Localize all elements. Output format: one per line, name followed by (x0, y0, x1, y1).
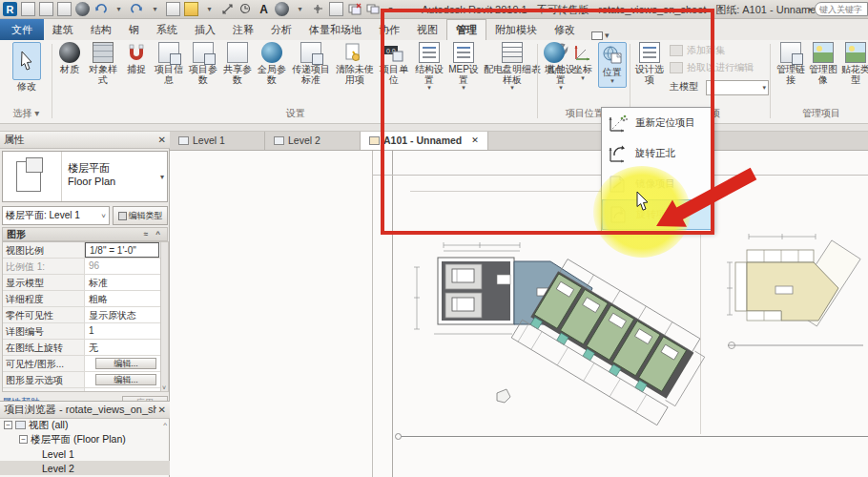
tab-analyze[interactable]: 分析 (262, 19, 300, 40)
tab-manage[interactable]: 管理 (446, 19, 486, 40)
modify-button[interactable]: 修改 (11, 42, 42, 93)
redo-icon[interactable] (130, 2, 144, 16)
properties-scrollbar[interactable] (160, 241, 169, 392)
decal-types-button[interactable]: 贴花类型 (841, 42, 868, 85)
pick-to-edit-button[interactable]: 拾取以进行编辑 (670, 61, 754, 74)
materials-button[interactable]: 材质 (55, 42, 84, 75)
manage-links-button[interactable]: 管理链接 (776, 42, 805, 85)
undo-caret-icon[interactable]: ▾ (112, 2, 126, 16)
project-information-button[interactable]: 项目信息 (153, 42, 185, 85)
search-expand-icon[interactable]: ▸ (809, 5, 813, 13)
tab-modify[interactable]: 修改 (546, 19, 584, 40)
property-row[interactable]: 在图纸上旋转无 (3, 340, 167, 356)
qat-customize-caret-icon[interactable]: ▾ (383, 2, 398, 16)
ribbon-display-toggle-icon[interactable]: ▾ (591, 31, 610, 40)
tab-steel[interactable]: 钢 (120, 19, 148, 40)
project-browser-close-icon[interactable]: ✕ (158, 404, 166, 415)
menu-item-rotate-true-north[interactable]: 旋转正北 (602, 138, 713, 169)
print-icon[interactable] (166, 2, 180, 16)
redo-caret-icon[interactable]: ▾ (148, 2, 162, 16)
structural-settings-button[interactable]: 结构设置▾ (414, 42, 444, 91)
tab-collaborate[interactable]: 协作 (370, 19, 408, 40)
tree-node-level1[interactable]: Level 1 (0, 446, 170, 461)
transfer-project-standards-button[interactable]: 传递项目标准 (290, 42, 332, 85)
property-row[interactable]: 详细程度粗略 (3, 291, 167, 307)
settings-panel-label[interactable]: 设置 (53, 107, 538, 120)
property-row[interactable]: 可见性/图形...编辑... (3, 356, 167, 372)
tree-node-floorplans[interactable]: −楼层平面 (Floor Plan) (0, 432, 170, 446)
property-row[interactable]: 显示模型标准 (3, 275, 167, 291)
close-hidden-windows-icon[interactable] (347, 2, 362, 16)
property-row[interactable]: 零件可见性显示原状态 (3, 307, 167, 323)
shared-parameters-button[interactable]: 共享参数 (221, 42, 254, 85)
project-parameters-button[interactable]: 项目参数 (187, 42, 219, 85)
design-options-button[interactable]: 设计选项 (633, 42, 666, 85)
edit-type-button[interactable]: 编辑类型 (113, 206, 168, 225)
search-input[interactable]: 键入关键字 (815, 2, 868, 16)
tab-systems[interactable]: 系统 (148, 19, 186, 40)
aligned-dimension-icon[interactable] (220, 2, 235, 16)
default-3d-view-icon[interactable] (275, 2, 289, 16)
tab-insert[interactable]: 插入 (186, 19, 224, 40)
snaps-button[interactable]: 捕捉 (122, 42, 151, 75)
section-collapse-icon[interactable]: ≈ ^ (144, 230, 163, 238)
tree-node-level2[interactable]: Level 2 (0, 461, 170, 475)
switch-windows-icon[interactable] (365, 2, 380, 16)
undo-icon[interactable] (93, 2, 108, 16)
location-place-button[interactable]: 地点 (541, 42, 568, 75)
view-tab-bar: Level 1 Level 2 A101 - Unnamed✕ (170, 132, 868, 151)
property-row[interactable]: 图形显示选项编辑... (3, 372, 167, 388)
property-row[interactable]: 详图编号1 (3, 323, 167, 340)
purge-unused-button[interactable]: 清除未使用项 (334, 42, 376, 85)
edit-button[interactable]: 编辑... (95, 358, 156, 369)
add-to-set-button[interactable]: 添加到集 (670, 44, 725, 57)
text-tool-icon[interactable]: A (257, 2, 271, 16)
collapse-icon[interactable]: − (4, 421, 12, 429)
tab-addins[interactable]: 附加模块 (486, 19, 546, 40)
type-selector[interactable]: 楼层平面Floor Plan ▾ (2, 151, 168, 202)
tag-icon[interactable] (238, 2, 253, 16)
edit-button[interactable]: 编辑... (95, 374, 156, 385)
open-icon[interactable] (39, 2, 53, 16)
object-styles-button[interactable]: 对象样式 (86, 42, 120, 85)
measure-icon[interactable] (184, 2, 198, 16)
views-icon[interactable] (21, 2, 35, 16)
save-icon[interactable] (57, 2, 72, 16)
close-view-icon[interactable]: ✕ (471, 135, 479, 145)
view-tab-sheet-a101[interactable]: A101 - Unnamed✕ (361, 132, 488, 150)
global-parameters-button[interactable]: 全局参数 (256, 42, 288, 85)
measure-caret-icon[interactable]: ▾ (202, 2, 217, 16)
tab-massing-site[interactable]: 体量和场地 (300, 19, 370, 40)
tab-annotate[interactable]: 注释 (224, 19, 262, 40)
view-tab-level1[interactable]: Level 1 (170, 132, 265, 150)
drawing-canvas[interactable]: Level 1 Level 2 A101 - Unnamed✕ (170, 132, 868, 477)
thin-lines-icon[interactable] (329, 2, 343, 16)
tab-architecture[interactable]: 建筑 (44, 19, 82, 40)
tab-view[interactable]: 视图 (408, 19, 446, 40)
position-button[interactable]: 位置▾ (598, 42, 627, 88)
tab-structure[interactable]: 结构 (82, 19, 120, 40)
property-row[interactable]: 视图比例1/8" = 1'-0" (3, 242, 167, 259)
collapse-icon[interactable]: − (19, 435, 28, 444)
coordinates-button[interactable]: 坐标▾ (569, 42, 596, 81)
main-model-select[interactable]: ▾ (706, 80, 769, 95)
manage-images-button[interactable]: 管理图像 (809, 42, 837, 85)
menu-item-relocate-project[interactable]: 重新定位项目 (602, 108, 713, 138)
revit-logo-icon[interactable]: R (3, 2, 17, 16)
manage-project-panel-label[interactable]: 管理项目 (775, 107, 868, 120)
tab-file[interactable]: 文件 (0, 19, 44, 40)
graphics-section-header[interactable]: 图形 ≈ ^ (2, 227, 168, 241)
view-tab-level2[interactable]: Level 2 (265, 132, 361, 150)
project-units-button[interactable]: 0.0项目单位 (378, 42, 410, 85)
main-model-label: 主模型 (670, 80, 698, 93)
section-icon[interactable] (311, 2, 325, 16)
select-panel-label[interactable]: 选择 ▾ (0, 107, 52, 120)
view-caret-icon[interactable]: ▾ (293, 2, 307, 16)
properties-close-icon[interactable]: ✕ (158, 135, 166, 145)
instance-selector[interactable]: 楼层平面: Level 1˅ (2, 206, 110, 225)
menu-item-rotate-project-north[interactable]: 旋转项目北 (602, 199, 713, 230)
sync-icon[interactable] (75, 2, 90, 16)
tree-node-views[interactable]: −视图 (all)^ (0, 418, 170, 432)
panel-schedule-templates-button[interactable]: 配电盘明细表样板▾ (483, 42, 542, 91)
mep-settings-button[interactable]: MEP设置▾ (446, 42, 481, 91)
